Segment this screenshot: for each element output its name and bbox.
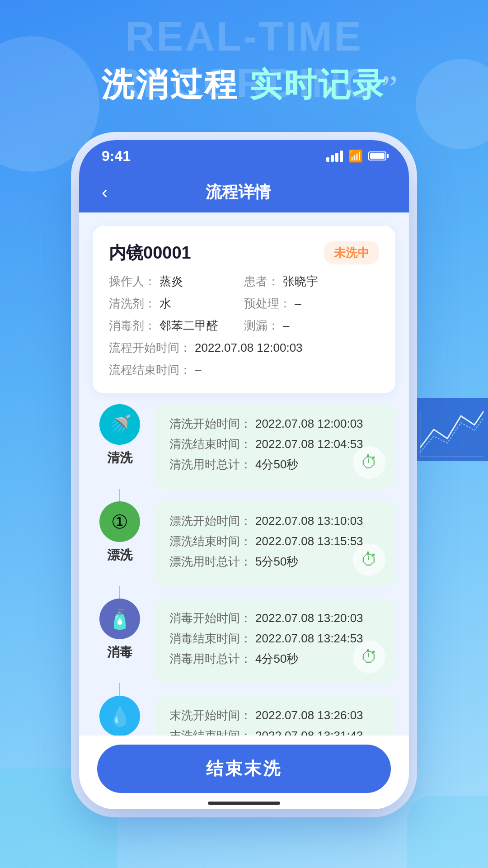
step-row-value: 2022.07.08 12:00:03 bbox=[255, 417, 363, 431]
status-icons: 📶 bbox=[326, 149, 386, 163]
step-card-row: 漂洗开始时间： 2022.07.08 13:10:03 bbox=[169, 513, 382, 529]
process-row-rinse: ① 漂洗 漂洗开始时间： 2022.07.08 13:10:03 漂洗结束时间：… bbox=[93, 501, 395, 586]
info-card-header: 内镜00001 未洗中 bbox=[109, 241, 379, 264]
step-disinfect: 🧴 消毒 消毒开始时间： 2022.07.08 13:20:03 消毒结束时间：… bbox=[93, 599, 395, 696]
signal-bars-icon bbox=[326, 151, 343, 162]
pretreatment-row: 预处理： – bbox=[244, 296, 379, 311]
step-card-row: 清洗用时总计： 4分50秒 bbox=[169, 457, 382, 472]
end-button[interactable]: 结束末洗 bbox=[97, 745, 391, 793]
pretreatment-value: – bbox=[295, 297, 301, 311]
step-card-clean: 清洗开始时间： 2022.07.08 12:00:03 清洗结束时间： 2022… bbox=[156, 404, 395, 489]
hero-text-1: 洗消过程 bbox=[101, 66, 239, 103]
cleaner-label: 清洗剂： bbox=[109, 296, 156, 311]
phone-mockup: 9:41 📶 ‹ 流程详情 内镜00001 未洗中 bbox=[79, 140, 409, 809]
step-icon-rinse: ① bbox=[99, 501, 140, 542]
step-card-row: 消毒用时总计： 4分50秒 bbox=[169, 651, 382, 667]
device-id: 内镜00001 bbox=[109, 241, 191, 264]
leak-test-label: 测漏： bbox=[244, 318, 279, 334]
deco-chart bbox=[407, 393, 488, 475]
status-badge: 未洗中 bbox=[324, 241, 379, 264]
end-time-row: 流程结束时间： – bbox=[109, 362, 379, 378]
content-area: 内镜00001 未洗中 操作人： 蒸炎 患者： 张晓宇 清洗剂： 水 预处理： bbox=[79, 212, 409, 809]
step-card-row: 清洗结束时间： 2022.07.08 12:04:53 bbox=[169, 436, 382, 452]
step-connector bbox=[119, 586, 120, 599]
step-row-value: 2022.07.08 13:24:53 bbox=[255, 632, 363, 646]
step-row-value: 2022.07.08 12:04:53 bbox=[255, 437, 363, 451]
deco-bottom-right bbox=[407, 796, 488, 868]
device-info-card: 内镜00001 未洗中 操作人： 蒸炎 患者： 张晓宇 清洗剂： 水 预处理： bbox=[93, 226, 395, 393]
operator-label: 操作人： bbox=[109, 274, 156, 289]
cleaner-value: 水 bbox=[160, 296, 171, 311]
step-clean: 🚿 清洗 清洗开始时间： 2022.07.08 12:00:03 清洗结束时间：… bbox=[93, 404, 395, 501]
hero-text-2: 实时记录 bbox=[249, 66, 387, 103]
step-row-value: 2022.07.08 13:20:03 bbox=[255, 611, 363, 625]
step-card-row: 漂洗用时总计： 5分50秒 bbox=[169, 554, 382, 570]
step-row-value: 2022.07.08 13:15:53 bbox=[255, 534, 363, 548]
start-time-value: 2022.07.08 12:00:03 bbox=[195, 341, 303, 355]
step-row-label: 漂洗用时总计： bbox=[169, 554, 252, 570]
quote-mark: ” bbox=[381, 68, 398, 109]
patient-label: 患者： bbox=[244, 274, 279, 289]
step-card-row: 清洗开始时间： 2022.07.08 12:00:03 bbox=[169, 416, 382, 432]
end-time-value: – bbox=[195, 363, 201, 377]
step-row-label: 末洗开始时间： bbox=[169, 708, 252, 723]
step-row-label: 漂洗结束时间： bbox=[169, 533, 252, 549]
info-grid: 操作人： 蒸炎 患者： 张晓宇 清洗剂： 水 预处理： – 消毒剂： 邻苯二 bbox=[109, 274, 379, 378]
wifi-icon: 📶 bbox=[348, 149, 363, 163]
step-row-value: 4分50秒 bbox=[255, 457, 298, 472]
step-row-value: 2022.07.08 13:26:03 bbox=[255, 708, 363, 722]
hero-title: 洗消过程 实时记录 bbox=[0, 63, 488, 107]
clock-icon-disinfect: ⏱ bbox=[353, 641, 385, 673]
step-left-clean: 🚿 清洗 bbox=[93, 404, 147, 467]
home-indicator bbox=[208, 802, 280, 805]
step-label-clean: 清洗 bbox=[107, 449, 132, 467]
clock-icon-clean: ⏱ bbox=[353, 446, 385, 479]
step-left-disinfect: 🧴 消毒 bbox=[93, 599, 147, 661]
step-row-label: 消毒用时总计： bbox=[169, 651, 252, 667]
step-row-value: 2022.07.08 13:10:03 bbox=[255, 514, 363, 528]
disinfectant-value: 邻苯二甲醛 bbox=[160, 318, 218, 334]
status-bar: 9:41 📶 bbox=[79, 140, 409, 172]
pretreatment-label: 预处理： bbox=[244, 296, 291, 311]
operator-value: 蒸炎 bbox=[160, 274, 183, 289]
back-button[interactable]: ‹ bbox=[102, 182, 108, 203]
step-icon-clean: 🚿 bbox=[99, 404, 140, 445]
patient-value: 张晓宇 bbox=[283, 274, 318, 289]
svg-rect-0 bbox=[411, 398, 488, 461]
step-row-value: 4分50秒 bbox=[255, 651, 298, 667]
step-row-label: 消毒开始时间： bbox=[169, 610, 252, 626]
step-left-rinse: ① 漂洗 bbox=[93, 501, 147, 564]
step-card-row: 消毒结束时间： 2022.07.08 13:24:53 bbox=[169, 631, 382, 646]
status-time: 9:41 bbox=[102, 148, 131, 165]
clock-icon-rinse: ⏱ bbox=[353, 543, 385, 576]
step-icon-final-rinse: 💧 bbox=[99, 696, 140, 736]
step-icon-disinfect: 🧴 bbox=[99, 599, 140, 639]
patient-row: 患者： 张晓宇 bbox=[244, 274, 379, 289]
leak-test-value: – bbox=[283, 319, 289, 333]
step-row-label: 消毒结束时间： bbox=[169, 631, 252, 646]
process-row-disinfect: 🧴 消毒 消毒开始时间： 2022.07.08 13:20:03 消毒结束时间：… bbox=[93, 599, 395, 683]
start-time-label: 流程开始时间： bbox=[109, 340, 191, 356]
operator-row: 操作人： 蒸炎 bbox=[109, 274, 244, 289]
nav-bar: ‹ 流程详情 bbox=[79, 172, 409, 212]
bottom-bar: 结束末洗 bbox=[79, 736, 409, 809]
disinfectant-label: 消毒剂： bbox=[109, 318, 156, 334]
leak-test-row: 测漏： – bbox=[244, 318, 379, 334]
page-title: 流程详情 bbox=[117, 181, 359, 203]
step-card-rinse: 漂洗开始时间： 2022.07.08 13:10:03 漂洗结束时间： 2022… bbox=[156, 501, 395, 586]
step-card-row: 漂洗结束时间： 2022.07.08 13:15:53 bbox=[169, 533, 382, 549]
step-label-disinfect: 消毒 bbox=[107, 644, 132, 661]
end-time-label: 流程结束时间： bbox=[109, 362, 191, 378]
step-card-row: 末洗开始时间： 2022.07.08 13:26:03 bbox=[169, 708, 382, 723]
step-row-label: 清洗开始时间： bbox=[169, 416, 252, 432]
step-row-label: 清洗用时总计： bbox=[169, 457, 252, 472]
step-row-value: 5分50秒 bbox=[255, 554, 298, 570]
disinfectant-row: 消毒剂： 邻苯二甲醛 bbox=[109, 318, 244, 334]
step-row-label: 漂洗开始时间： bbox=[169, 513, 252, 529]
battery-icon bbox=[368, 151, 386, 160]
steps-list: 🚿 清洗 清洗开始时间： 2022.07.08 12:00:03 清洗结束时间：… bbox=[93, 404, 395, 780]
step-row-label: 清洗结束时间： bbox=[169, 436, 252, 452]
step-rinse: ① 漂洗 漂洗开始时间： 2022.07.08 13:10:03 漂洗结束时间：… bbox=[93, 501, 395, 599]
cleaner-row: 清洗剂： 水 bbox=[109, 296, 244, 311]
step-connector bbox=[119, 489, 120, 501]
